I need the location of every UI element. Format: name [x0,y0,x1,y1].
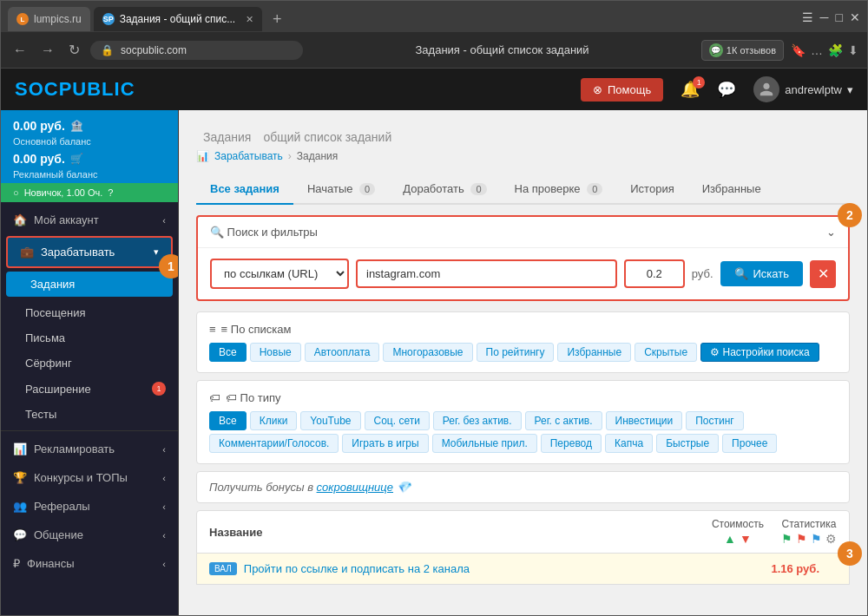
tab-history[interactable]: История [616,174,687,205]
sidebar-item-tasks[interactable]: Задания [6,272,173,297]
tab-lumpics[interactable]: L lumpics.ru [8,7,90,31]
filter-tag-rating[interactable]: По рейтингу [477,343,555,362]
breadcrumb-earn[interactable]: Зарабатывать [214,150,283,162]
tab-close-icon[interactable]: ✕ [246,14,253,25]
filter-lists-section: ≡ ≡ По спискам Все Новые Автооплата Мног… [196,311,850,373]
type-tag-reg-active[interactable]: Рег. с актив. [525,411,602,430]
filter-tag-autopay[interactable]: Автооплата [305,343,380,362]
type-tag-invest[interactable]: Инвестиции [606,411,683,430]
menu-icon[interactable]: ☰ [802,10,813,24]
minimize-icon[interactable]: ─ [820,10,829,24]
tab-all[interactable]: Все задания [196,174,293,205]
type-tag-comments[interactable]: Комментарии/Голосов. [209,434,339,453]
sidebar-item-surfing[interactable]: Сёрфинг [1,351,178,376]
search-type-select[interactable]: по ссылкам (URL) [210,259,349,289]
search-price-input[interactable] [624,259,685,288]
sidebar-item-account[interactable]: 🏠 Мой аккаунт ‹ [1,206,178,234]
help-button[interactable]: ⊗ Помощь [581,78,663,102]
content-title: Задания общий список заданий [196,124,850,147]
filter-types-tags: Все Клики YouTube Соц. сети Рег. без акт… [209,411,837,453]
circle-icon: ○ [13,187,19,198]
sort-down-icon[interactable]: ▼ [740,532,752,546]
filter-tag-new[interactable]: Новые [250,343,301,362]
back-button[interactable]: ← [10,41,30,60]
tab-started[interactable]: Начатые 0 [293,174,389,205]
search-input[interactable] [356,259,617,288]
tag-icon: 🏷 [209,391,220,404]
type-tag-all[interactable]: Все [209,411,247,430]
stats-flag-red: ⚑ [796,532,807,546]
sidebar-item-earn[interactable]: 💼 Зарабатывать ▾ 1 [6,236,173,268]
search-header[interactable]: 🔍 Поиск и фильтры ⌄ [198,217,848,248]
maximize-icon[interactable]: □ [836,10,843,24]
forward-button[interactable]: → [37,41,58,60]
filter-tag-settings[interactable]: ⚙ Настройки поиска [700,343,819,362]
type-tag-captcha[interactable]: Капча [605,434,653,453]
window-controls: ☰ ─ □ ✕ [802,10,860,28]
download-icon[interactable]: ⬇ [848,43,858,57]
filter-tag-all[interactable]: Все [209,343,247,362]
finance-chevron: ‹ [162,559,166,569]
tab-favorites[interactable]: Избранные [688,174,775,205]
type-tag-posting[interactable]: Постинг [686,411,744,430]
breadcrumb-chart-icon: 📊 [196,150,209,162]
type-tag-fast[interactable]: Быстрые [656,434,719,453]
home-icon: 🏠 [13,213,27,226]
lumpics-tab-label: lumpics.ru [34,13,82,25]
step-3-badge: 3 [838,541,862,566]
reviews-button[interactable]: 💬 1К отзывов [701,40,784,61]
extensions-icon[interactable]: 🧩 [828,43,843,57]
notifications-bell[interactable]: 🔔 1 [681,80,700,99]
new-tab-button[interactable]: + [266,8,288,30]
sidebar-item-chat[interactable]: 💬 Общение ‹ [1,521,178,549]
sidebar-item-extension[interactable]: Расширение 1 [1,376,178,402]
tab-review[interactable]: На проверке 0 [501,174,617,205]
novice-label[interactable]: ○ Новичок, 1.00 Оч. ? [1,183,178,202]
filter-tag-multi[interactable]: Многоразовые [383,343,472,362]
sidebar-item-visits[interactable]: Посещения [1,300,178,325]
sidebar-item-contests[interactable]: 🏆 Конкурсы и ТОПы ‹ [1,463,178,492]
filter-tag-hidden[interactable]: Скрытые [635,343,697,362]
type-tag-reg-inactive[interactable]: Рег. без актив. [433,411,522,430]
search-clear-button[interactable]: ✕ [810,260,836,288]
search-button[interactable]: 🔍 Искать [720,261,804,286]
letters-label: Письма [25,331,65,344]
filter-lists-title: ≡ ≡ По спискам [209,323,837,336]
tab-socpublic[interactable]: SP Задания - общий спис... ✕ [94,7,262,31]
sidebar-item-letters[interactable]: Письма [1,325,178,351]
sidebar-menu: 🏠 Мой аккаунт ‹ 💼 Зарабатывать ▾ 1 Задан… [1,202,178,581]
finance-icon: ₽ [13,557,20,570]
type-tag-social[interactable]: Соц. сети [365,411,430,430]
bookmark-icon[interactable]: 🔖 [791,43,806,57]
messages-icon[interactable]: 💬 [717,80,736,99]
search-icon: 🔍 [734,267,748,280]
sort-up-icon[interactable]: ▲ [724,532,736,546]
type-tag-clicks[interactable]: Клики [250,411,298,430]
sidebar-item-referrals[interactable]: 👥 Рефералы ‹ [1,492,178,521]
more-icon[interactable]: … [811,43,823,57]
tab-finish[interactable]: Доработать 0 [389,174,500,205]
refresh-button[interactable]: ↻ [65,40,83,60]
type-tag-mobile[interactable]: Мобильные прил. [432,434,537,453]
type-tag-games[interactable]: Играть в игры [342,434,428,453]
type-tag-translate[interactable]: Перевод [541,434,602,453]
sidebar-item-finance[interactable]: ₽ Финансы ‹ [1,549,178,578]
task-tabs: Все задания Начатые 0 Доработать 0 На пр… [196,174,850,205]
stats-flag-green: ⚑ [781,532,792,546]
sidebar-item-advertise[interactable]: 📊 Рекламировать ‹ [1,435,178,463]
advertise-chevron: ‹ [162,444,166,455]
bonus-link[interactable]: сокровищнице [317,481,393,494]
visits-label: Посещения [25,306,86,319]
close-window-icon[interactable]: ✕ [850,10,860,24]
type-tag-other[interactable]: Прочее [722,434,777,453]
sidebar-item-tests[interactable]: Тесты [1,402,178,427]
diamond-icon: 💎 [397,481,411,494]
user-menu[interactable]: andrewlptw ▾ [753,76,853,102]
stats-gear-icon[interactable]: ⚙ [825,532,837,546]
search-collapse-icon: ⌄ [826,226,836,239]
filter-tag-favorites[interactable]: Избранные [557,343,631,362]
task-title[interactable]: Пройти по ссылке и подписать на 2 канала [244,562,470,575]
type-tag-youtube[interactable]: YouTube [300,411,360,430]
referrals-label: Рефералы [34,500,90,513]
account-chevron: ‹ [162,215,166,226]
